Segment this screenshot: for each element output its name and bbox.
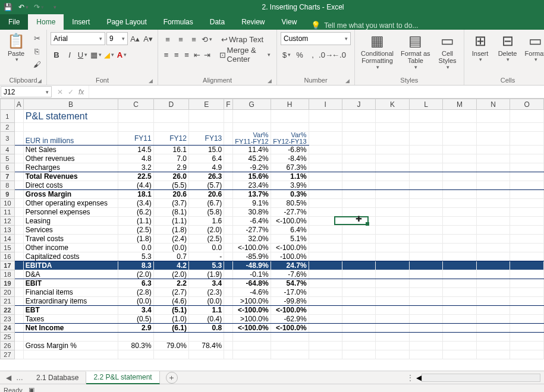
name-box[interactable]: J12▾: [1, 86, 52, 97]
cell-N27[interactable]: [476, 350, 510, 359]
col-header-L[interactable]: L: [409, 99, 442, 110]
italic-button[interactable]: I: [64, 49, 76, 61]
tab-data[interactable]: Data: [202, 14, 233, 30]
merge-center-button[interactable]: ⊡Merge & Center▾: [217, 49, 273, 61]
undo-icon[interactable]: ↶▾: [15, 0, 31, 14]
col-header-O[interactable]: O: [510, 99, 544, 110]
accounting-format-icon[interactable]: $▾: [281, 49, 293, 61]
insert-cells-button[interactable]: ⊞ Insert▾: [468, 32, 493, 64]
decrease-font-icon[interactable]: A▾: [142, 33, 154, 45]
cell-B25[interactable]: [23, 333, 118, 342]
cell-G2[interactable]: [232, 123, 271, 132]
align-middle-icon[interactable]: ≡: [175, 33, 187, 45]
col-header-I[interactable]: I: [309, 99, 342, 110]
clipboard-launcher-icon[interactable]: ◢: [37, 78, 42, 84]
tab-formulas[interactable]: Formulas: [155, 14, 202, 30]
font-name-select[interactable]: Arial▾: [51, 32, 105, 45]
cell-C2[interactable]: [118, 123, 153, 132]
cell-A2[interactable]: [14, 123, 23, 132]
cell-G25[interactable]: [232, 333, 271, 342]
increase-indent-icon[interactable]: ⇥: [203, 49, 212, 61]
hscroll-splitter[interactable]: ⋮: [407, 374, 414, 382]
cell-K25[interactable]: [376, 333, 410, 342]
cell-J27[interactable]: [342, 350, 375, 359]
col-header-J[interactable]: J: [342, 99, 375, 110]
cell-J2[interactable]: [342, 123, 375, 132]
cell-I25[interactable]: [309, 333, 342, 342]
wrap-text-button[interactable]: ↩Wrap Text: [219, 33, 266, 45]
qat-customize-icon[interactable]: ▾: [46, 0, 62, 14]
tab-insert[interactable]: Insert: [64, 14, 98, 30]
cell-A27[interactable]: [14, 350, 23, 359]
tab-view[interactable]: View: [273, 14, 306, 30]
align-right-icon[interactable]: ≡: [182, 49, 191, 61]
save-icon[interactable]: 💾: [0, 0, 15, 14]
increase-decimal-icon[interactable]: .0→: [320, 49, 332, 61]
col-header-G[interactable]: G: [232, 99, 271, 110]
paste-button[interactable]: 📋 Paste ▾: [4, 32, 29, 64]
format-as-table-button[interactable]: ▤ Format as Table▾: [398, 32, 433, 71]
tab-page-layout[interactable]: Page Layout: [98, 14, 155, 30]
increase-font-icon[interactable]: A▴: [129, 33, 141, 45]
cell-J25[interactable]: [342, 333, 375, 342]
cell-F2[interactable]: [224, 123, 232, 132]
font-size-select[interactable]: 9▾: [106, 32, 128, 45]
report-title[interactable]: P&L statement: [23, 110, 118, 123]
row-header-1[interactable]: 1: [1, 110, 15, 123]
row-label[interactable]: Travel costs: [23, 235, 118, 244]
row-label[interactable]: Services: [23, 226, 118, 235]
row-label[interactable]: Gross Margin: [23, 190, 118, 199]
row-header-2[interactable]: 2: [1, 123, 15, 132]
row-header-25[interactable]: 25: [1, 333, 15, 342]
col-header-A[interactable]: A: [14, 99, 23, 110]
cell-F25[interactable]: [224, 333, 232, 342]
col-header-M[interactable]: M: [443, 99, 477, 110]
conditional-formatting-button[interactable]: ▦ Conditional Formatting▾: [359, 32, 396, 71]
tab-file[interactable]: File: [0, 14, 28, 30]
col-header-K[interactable]: K: [376, 99, 410, 110]
cell-L27[interactable]: [409, 350, 442, 359]
alignment-launcher-icon[interactable]: ◢: [268, 78, 272, 84]
number-format-select[interactable]: Custom▾: [281, 32, 351, 45]
percent-format-icon[interactable]: %: [294, 49, 306, 61]
row-label[interactable]: Direct costs: [23, 181, 118, 190]
cell-H27[interactable]: [271, 350, 309, 359]
col-header-N[interactable]: N: [476, 99, 510, 110]
row-label[interactable]: Extraordinary items: [23, 297, 118, 306]
col-header-B[interactable]: B: [23, 99, 118, 110]
align-top-icon[interactable]: ≡: [162, 33, 174, 45]
cell-B27[interactable]: [23, 350, 118, 359]
row-label[interactable]: Total Revenues: [23, 172, 118, 181]
font-launcher-icon[interactable]: ◢: [149, 78, 153, 84]
row-header-27[interactable]: 27: [1, 350, 15, 359]
row-label[interactable]: Net Income: [23, 324, 118, 333]
fill-color-icon[interactable]: ◢▾: [103, 49, 115, 61]
underline-button[interactable]: U▾: [77, 49, 89, 61]
row-label[interactable]: D&A: [23, 270, 118, 279]
cell-E2[interactable]: [188, 123, 224, 132]
row-label[interactable]: Capitalized costs: [23, 252, 118, 261]
cell-O25[interactable]: [510, 333, 544, 342]
unit-label[interactable]: EUR in millions: [23, 132, 118, 146]
cell-C25[interactable]: [118, 333, 153, 342]
font-color-icon[interactable]: A▾: [116, 49, 128, 61]
macro-record-icon[interactable]: ▣: [29, 386, 34, 392]
hscroll-track[interactable]: [422, 374, 540, 382]
align-bottom-icon[interactable]: ≡: [188, 33, 200, 45]
copy-icon[interactable]: ⎘: [31, 45, 43, 57]
add-sheet-button[interactable]: ＋: [166, 372, 178, 384]
row-label[interactable]: Other income: [23, 244, 118, 252]
cell-I27[interactable]: [309, 350, 342, 359]
row-label[interactable]: Taxes: [23, 315, 118, 324]
row-label[interactable]: Personnel expenses: [23, 208, 118, 217]
cut-icon[interactable]: ✂: [31, 32, 43, 44]
tell-me-search[interactable]: 💡 Tell me what you want to do...: [311, 21, 418, 30]
decrease-indent-icon[interactable]: ⇤: [193, 49, 202, 61]
row-label[interactable]: EBT: [23, 306, 118, 315]
tab-home[interactable]: Home: [28, 14, 64, 30]
fx-icon[interactable]: fx: [78, 88, 84, 96]
sheet-nav-more-icon[interactable]: …: [14, 374, 26, 382]
cancel-formula-icon[interactable]: ✕: [57, 88, 63, 96]
row-label[interactable]: EBITDA: [23, 261, 118, 270]
comma-format-icon[interactable]: ,: [307, 49, 319, 61]
